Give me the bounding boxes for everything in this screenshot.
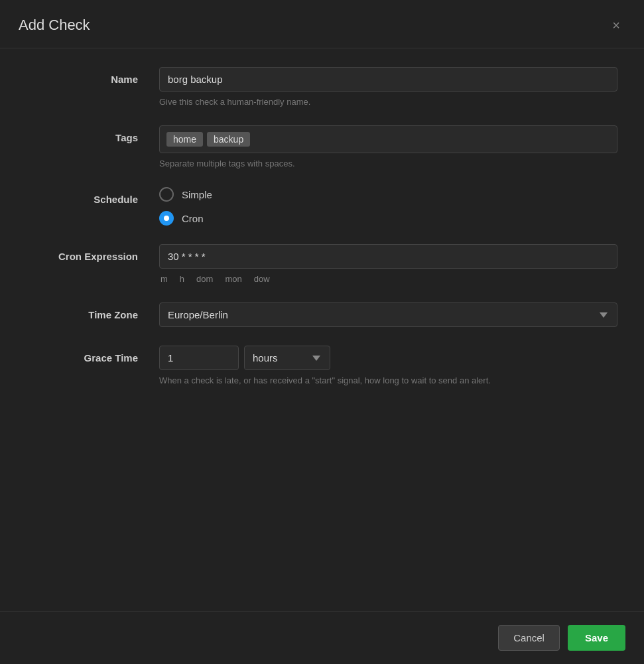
timezone-label: Time Zone xyxy=(27,302,159,320)
tags-label: Tags xyxy=(27,125,159,143)
tag-home: home xyxy=(166,132,203,147)
modal-body: Name Give this check a human-friendly na… xyxy=(0,48,644,611)
cron-label-dow: dow xyxy=(254,274,270,284)
grace-time-number-input[interactable] xyxy=(159,346,239,370)
grace-time-inputs: minutes hours days xyxy=(159,346,617,370)
tags-row: Tags home backup Separate multiple tags … xyxy=(0,125,644,168)
timezone-content: Europe/Berlin UTC America/New_York Ameri… xyxy=(159,302,617,327)
timezone-row: Time Zone Europe/Berlin UTC America/New_… xyxy=(0,302,644,327)
modal-footer: Cancel Save xyxy=(0,611,644,664)
schedule-simple-label: Simple xyxy=(182,189,212,200)
grace-time-row: Grace Time minutes hours days When a che… xyxy=(0,346,644,385)
cron-expression-label: Cron Expression xyxy=(27,244,159,262)
save-button[interactable]: Save xyxy=(568,625,625,651)
add-check-modal: Add Check × Name Give this check a human… xyxy=(0,0,644,664)
grace-time-label: Grace Time xyxy=(27,346,159,364)
cron-expression-row: Cron Expression m h dom mon dow xyxy=(0,244,644,284)
schedule-cron-option[interactable]: Cron xyxy=(159,211,617,226)
close-button[interactable]: × xyxy=(607,16,625,34)
cron-labels: m h dom mon dow xyxy=(159,274,617,284)
name-hint: Give this check a human-friendly name. xyxy=(159,97,617,107)
cron-label-mon: mon xyxy=(225,274,241,284)
name-label: Name xyxy=(27,67,159,85)
cron-label-m: m xyxy=(161,274,168,284)
grace-time-unit-select[interactable]: minutes hours days xyxy=(244,346,330,370)
cron-expression-content: m h dom mon dow xyxy=(159,244,617,284)
cron-label-dom: dom xyxy=(196,274,213,284)
tags-hint: Separate multiple tags with spaces. xyxy=(159,159,617,168)
grace-time-content: minutes hours days When a check is late,… xyxy=(159,346,617,385)
schedule-cron-label: Cron xyxy=(182,213,204,224)
grace-time-hint: When a check is late, or has received a … xyxy=(159,375,617,385)
schedule-simple-option[interactable]: Simple xyxy=(159,187,617,202)
schedule-content: Simple Cron xyxy=(159,187,617,226)
tag-backup: backup xyxy=(207,132,250,147)
schedule-label: Schedule xyxy=(27,187,159,205)
tags-input[interactable]: home backup xyxy=(159,125,617,153)
name-row: Name Give this check a human-friendly na… xyxy=(0,67,644,107)
modal-title: Add Check xyxy=(19,17,90,34)
schedule-simple-radio[interactable] xyxy=(159,187,174,202)
cancel-button[interactable]: Cancel xyxy=(498,625,560,651)
schedule-cron-radio[interactable] xyxy=(159,211,174,226)
tags-content: home backup Separate multiple tags with … xyxy=(159,125,617,168)
cron-label-h: h xyxy=(180,274,184,284)
cron-expression-input[interactable] xyxy=(159,244,617,269)
name-input[interactable] xyxy=(159,67,617,92)
schedule-options: Simple Cron xyxy=(159,187,617,226)
name-content: Give this check a human-friendly name. xyxy=(159,67,617,107)
modal-header: Add Check × xyxy=(0,0,644,48)
schedule-row: Schedule Simple Cron xyxy=(0,187,644,226)
timezone-select[interactable]: Europe/Berlin UTC America/New_York Ameri… xyxy=(159,302,617,327)
